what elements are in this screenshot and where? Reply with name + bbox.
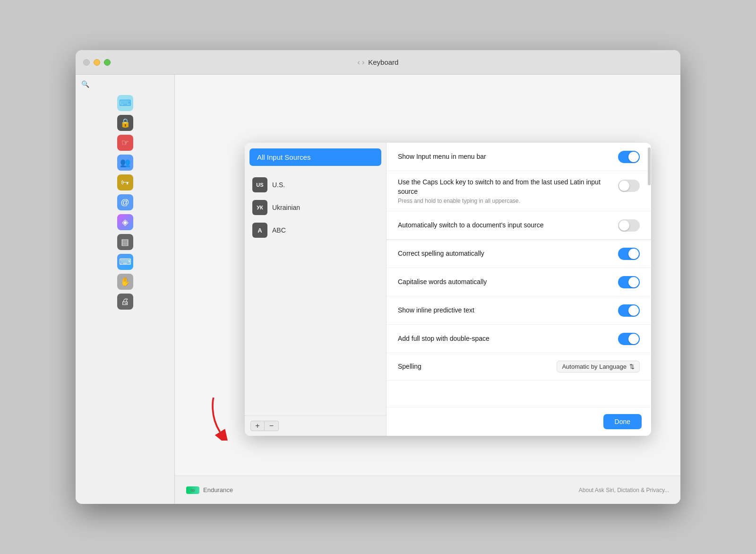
spelling-row: Spelling Automatic by Language ⇅ — [387, 353, 651, 381]
setting-correct-spelling: Correct spelling automatically — [387, 240, 651, 268]
maximize-button[interactable] — [104, 59, 111, 66]
input-source-us[interactable]: US U.S. — [245, 173, 386, 196]
all-input-sources-button[interactable]: All Input Sources — [249, 148, 381, 166]
show-input-menu-label: Show Input menu in menu bar — [398, 152, 618, 162]
add-input-source-button[interactable]: + — [250, 421, 265, 431]
background-bottom-bar: ∞ Endurance About Ask Siri, Dictation & … — [175, 476, 680, 504]
show-input-menu-toggle[interactable] — [618, 151, 640, 163]
modal-right-panel: Show Input menu in menu bar Use the Caps… — [387, 143, 651, 436]
spelling-dropdown[interactable]: Automatic by Language ⇅ — [557, 361, 640, 372]
remove-input-source-button[interactable]: − — [265, 421, 279, 431]
close-button[interactable] — [83, 59, 90, 66]
toggle-knob — [619, 220, 629, 231]
traffic-lights — [83, 59, 111, 66]
auto-switch-label: Automatically switch to a document's inp… — [398, 221, 618, 230]
search-area: 🔍 — [76, 78, 174, 92]
sidebar-icon-wallet[interactable]: ▤ — [117, 234, 133, 250]
scrollbar-track[interactable] — [647, 143, 651, 407]
setting-full-stop: Add full stop with double-space — [387, 325, 651, 353]
toggle-knob — [619, 181, 629, 191]
modal-footer: Done — [387, 407, 651, 436]
sidebar-icon-mail[interactable]: @ — [117, 194, 133, 210]
capitalise-words-label: Capitalise words automatically — [398, 277, 618, 287]
modal-left-footer: + − — [245, 416, 386, 436]
spelling-value: Automatic by Language — [562, 363, 627, 370]
toggle-knob — [628, 249, 639, 259]
us-badge: US — [252, 177, 267, 192]
caps-lock-label: Use the Caps Lock key to switch to and f… — [398, 178, 618, 196]
setting-show-input-menu: Show Input menu in menu bar — [387, 143, 651, 171]
input-sources-modal: All Input Sources US U.S. УК Ukrainian — [245, 143, 651, 436]
auto-switch-toggle[interactable] — [618, 219, 640, 232]
modal-body: All Input Sources US U.S. УК Ukrainian — [245, 143, 651, 436]
endurance-icon: ∞ — [186, 486, 199, 494]
sidebar-icon-keyboard[interactable]: ⌨ — [117, 95, 133, 111]
setting-predictive-text: Show inline predictive text — [387, 296, 651, 325]
settings-list: Show Input menu in menu bar Use the Caps… — [387, 143, 651, 381]
correct-spelling-toggle[interactable] — [618, 248, 640, 260]
toggle-knob — [628, 305, 639, 316]
input-source-abc[interactable]: A ABC — [245, 219, 386, 242]
endurance-label: Endurance — [203, 486, 233, 493]
back-arrow[interactable]: ‹ — [358, 58, 360, 67]
about-dictation-link[interactable]: About Ask Siri, Dictation & Privacy... — [579, 487, 669, 493]
sidebar-icon-lock[interactable]: 🔒 — [117, 115, 133, 131]
scrollbar-thumb — [648, 147, 651, 185]
capitalise-words-toggle[interactable] — [618, 276, 640, 288]
title-bar: ‹ › Keyboard — [76, 50, 680, 75]
sidebar-icon-users[interactable]: 👥 — [117, 155, 133, 171]
sidebar-icons: ⌨ 🔒 ☞ 👥 🗝 @ ◈ ▤ ⌨ ✋ 🖨 — [76, 92, 174, 313]
content-area: All Input Sources US U.S. УК Ukrainian — [175, 75, 680, 504]
spelling-label: Spelling — [398, 362, 557, 372]
main-window: ‹ › Keyboard 🔍 ⌨ 🔒 ☞ 👥 🗝 @ ◈ ▤ ⌨ ✋ — [76, 50, 680, 504]
setting-caps-lock: Use the Caps Lock key to switch to and f… — [387, 171, 651, 211]
spelling-chevron-icon: ⇅ — [629, 363, 635, 370]
minimize-button[interactable] — [94, 59, 100, 66]
sidebar-icon-touchid[interactable]: ☞ — [117, 135, 133, 151]
toggle-knob — [628, 152, 639, 162]
sidebar-icon-print[interactable]: 🖨 — [117, 294, 133, 310]
modal-left-panel: All Input Sources US U.S. УК Ukrainian — [245, 143, 387, 436]
caps-lock-label-group: Use the Caps Lock key to switch to and f… — [398, 178, 618, 204]
toggle-knob — [628, 277, 639, 287]
sidebar: 🔍 ⌨ 🔒 ☞ 👥 🗝 @ ◈ ▤ ⌨ ✋ 🖨 — [76, 75, 175, 504]
sidebar-icon-keyboard2[interactable]: ⌨ — [117, 254, 133, 270]
caps-lock-toggle[interactable] — [618, 180, 640, 192]
toggle-knob — [628, 334, 639, 344]
search-icon: 🔍 — [81, 80, 89, 88]
nav-arrows: ‹ › — [358, 58, 365, 67]
forward-arrow[interactable]: › — [362, 58, 364, 67]
abc-badge: A — [252, 223, 267, 238]
title-bar-center: ‹ › Keyboard — [358, 58, 399, 67]
annotation-arrow — [203, 393, 241, 442]
main-content: 🔍 ⌨ 🔒 ☞ 👥 🗝 @ ◈ ▤ ⌨ ✋ 🖨 — [76, 75, 680, 504]
predictive-text-toggle[interactable] — [618, 304, 640, 317]
setting-capitalise-words: Capitalise words automatically — [387, 268, 651, 296]
input-source-ukrainian[interactable]: УК Ukrainian — [245, 196, 386, 219]
sidebar-icon-passwords[interactable]: 🗝 — [117, 174, 133, 190]
us-label: U.S. — [272, 181, 285, 189]
uk-badge: УК — [252, 200, 267, 215]
uk-label: Ukrainian — [272, 204, 300, 211]
done-button[interactable]: Done — [603, 414, 642, 429]
correct-spelling-label: Correct spelling automatically — [398, 249, 618, 259]
sidebar-icon-siri[interactable]: ◈ — [117, 214, 133, 230]
input-source-list: US U.S. УК Ukrainian A ABC — [245, 170, 386, 416]
window-title: Keyboard — [368, 58, 398, 66]
settings-scroll: Show Input menu in menu bar Use the Caps… — [387, 143, 651, 407]
abc-label: ABC — [272, 226, 286, 234]
caps-lock-sublabel: Press and hold to enable typing in all u… — [398, 198, 618, 204]
setting-auto-switch: Automatically switch to a document's inp… — [387, 211, 651, 240]
full-stop-toggle[interactable] — [618, 333, 640, 345]
endurance-item: ∞ Endurance — [186, 486, 233, 494]
predictive-text-label: Show inline predictive text — [398, 306, 618, 315]
sidebar-icon-gestures[interactable]: ✋ — [117, 274, 133, 290]
full-stop-label: Add full stop with double-space — [398, 334, 618, 344]
